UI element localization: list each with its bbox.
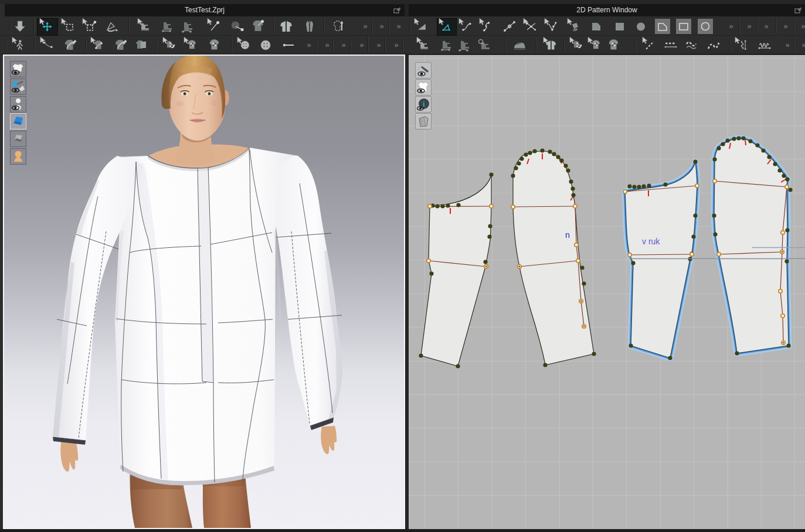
svg-text:v ruk: v ruk — [642, 237, 660, 246]
svg-text:n: n — [565, 230, 570, 240]
